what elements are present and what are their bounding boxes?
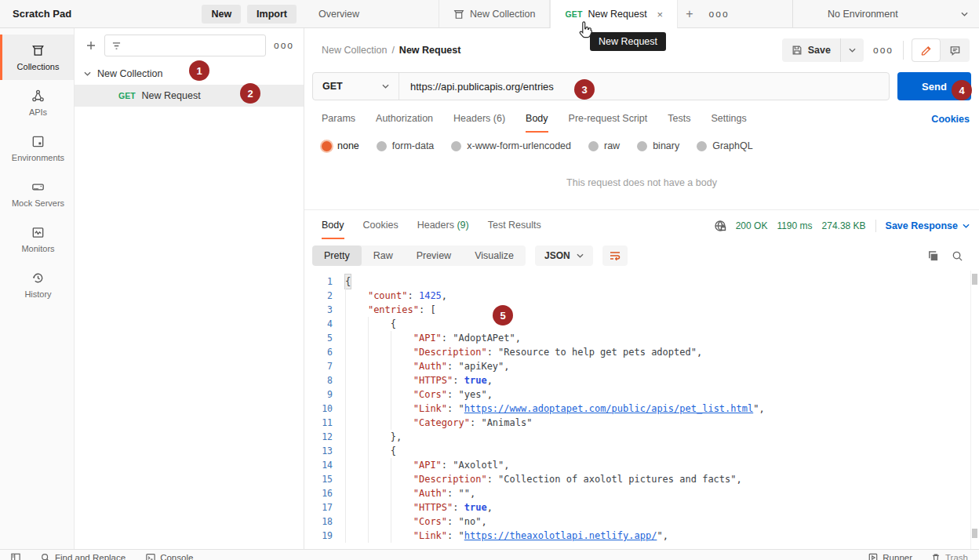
radio-x-www-form-urlencoded[interactable]: x-www-form-urlencoded (451, 140, 571, 151)
toggle-sidebar-button[interactable] (11, 553, 20, 560)
save-button-group: Save (782, 38, 864, 62)
plus-icon (86, 40, 96, 51)
code-token: , (697, 345, 702, 359)
code-token (345, 529, 413, 543)
cookies-link[interactable]: Cookies (931, 114, 970, 132)
divider (875, 220, 876, 232)
sidebar-filter-box[interactable] (104, 35, 266, 56)
mock-servers-icon (31, 180, 45, 195)
radio-none[interactable]: none (322, 140, 359, 151)
view-preview[interactable]: Preview (405, 245, 463, 266)
code-token: "Description" (413, 345, 487, 359)
sidebar-item-history[interactable]: History (0, 262, 74, 307)
annotation-badge-2: 2 (240, 83, 260, 104)
scrollbar[interactable] (970, 271, 979, 549)
sidebar-options-icon[interactable]: ooo (272, 38, 296, 53)
request-tabs: Params Authorization Headers (6) Body Pr… (304, 100, 979, 133)
tab-response-headers[interactable]: Headers (9) (417, 220, 469, 239)
code-token: , (481, 515, 486, 529)
code-token: }, (391, 430, 402, 444)
tab-new-request[interactable]: GET New Request × (550, 0, 678, 28)
tab-body[interactable]: Body (526, 113, 548, 133)
tab-params[interactable]: Params (322, 113, 355, 133)
left-nav-rail: Collections APIs Environments Mock Serve… (0, 28, 75, 549)
tab-pre-request-script[interactable]: Pre-request Script (569, 113, 648, 133)
view-pretty[interactable]: Pretty (312, 245, 362, 266)
response-view-toolbar: Pretty Raw Preview Visualize JSON (304, 239, 979, 271)
tab-response-body[interactable]: Body (322, 220, 344, 239)
language-select[interactable]: JSON (535, 245, 593, 266)
tab-headers[interactable]: Headers (6) (453, 113, 505, 133)
tab-options-icon[interactable]: ooo (701, 0, 737, 27)
pencil-icon (920, 45, 932, 56)
code-line: 7 "Auth": "apiKey", (304, 359, 979, 373)
radio-raw[interactable]: raw (588, 140, 620, 151)
scrollbar-thumb[interactable] (972, 274, 977, 285)
code-line: 3 "entries": [ (304, 303, 979, 317)
breadcrumb-collection[interactable]: New Collection (322, 45, 387, 56)
environment-selector[interactable]: No Environment (792, 0, 979, 27)
line-number: 10 (304, 402, 333, 416)
trash-button[interactable]: Trash (931, 553, 968, 560)
import-button[interactable]: Import (247, 5, 297, 24)
code-token: "yes" (459, 387, 487, 402)
sidebar-item-mock-servers[interactable]: Mock Servers (0, 171, 74, 216)
filter-input[interactable] (126, 40, 259, 51)
code-token: "Resource to help get pets adopted" (498, 345, 697, 359)
sidebar-item-environments[interactable]: Environments (0, 125, 74, 171)
url-input[interactable] (399, 73, 889, 100)
monitors-icon (31, 225, 45, 240)
request-options-icon[interactable]: ooo (872, 43, 895, 57)
code-line: 9 "Cors": "yes", (304, 387, 979, 402)
save-options-button[interactable] (840, 38, 864, 62)
radio-graphql[interactable]: GraphQL (697, 140, 752, 151)
save-button[interactable]: Save (782, 45, 840, 56)
code-line: 6 "Description": "Resource to help get p… (304, 345, 979, 359)
code-token (345, 317, 391, 331)
sidebar-item-monitors[interactable]: Monitors (0, 216, 74, 262)
tab-new-collection[interactable]: New Collection (439, 0, 550, 27)
code-link[interactable]: https://theaxolotlapi.netlify.app/ (464, 529, 657, 543)
tab-authorization[interactable]: Authorization (376, 113, 433, 133)
copy-icon[interactable] (927, 250, 939, 262)
search-icon[interactable] (952, 250, 963, 262)
radio-form-data[interactable]: form-data (377, 140, 435, 151)
save-response-button[interactable]: Save Response (886, 220, 970, 231)
code-line: 16 "Auth": "", (304, 486, 979, 500)
method-badge: GET (565, 9, 582, 19)
code-token: { (391, 444, 396, 458)
tab-response-cookies[interactable]: Cookies (363, 220, 399, 239)
method-select[interactable]: GET (313, 73, 399, 100)
code-token: , (487, 373, 493, 387)
add-tab-button[interactable]: + (678, 0, 701, 27)
code-token: : (447, 515, 458, 529)
find-and-replace-button[interactable]: Find and Replace (41, 553, 126, 560)
scrollbar-thumb[interactable] (972, 529, 977, 538)
response-time[interactable]: 1190 ms (777, 220, 812, 231)
top-bar: Scratch Pad New Import Overview New Coll… (0, 0, 979, 28)
tab-tests[interactable]: Tests (668, 113, 690, 133)
new-button[interactable]: New (202, 5, 241, 24)
postman-app: Scratch Pad New Import Overview New Coll… (0, 0, 979, 560)
view-visualize[interactable]: Visualize (463, 245, 526, 266)
add-collection-button[interactable] (84, 38, 98, 53)
comments-button[interactable] (941, 38, 970, 62)
code-token: "Link" (413, 402, 447, 416)
chevron-down-icon[interactable] (84, 71, 91, 76)
close-tab-icon[interactable]: × (657, 9, 664, 20)
tab-test-results[interactable]: Test Results (488, 220, 541, 239)
code-link[interactable]: https://www.adoptapet.com/public/apis/pe… (464, 402, 753, 416)
radio-binary[interactable]: binary (637, 140, 679, 151)
sidebar-item-collections[interactable]: Collections (0, 35, 74, 80)
edit-docs-button[interactable] (912, 38, 941, 62)
status-badge[interactable]: 200 OK (736, 220, 768, 231)
console-button[interactable]: Console (146, 553, 193, 560)
view-raw[interactable]: Raw (362, 245, 405, 266)
response-size[interactable]: 274.38 KB (822, 220, 866, 231)
runner-button[interactable]: Runner (868, 553, 912, 560)
sidebar-item-apis[interactable]: APIs (0, 80, 74, 125)
request-tree-item[interactable]: GET New Request (75, 85, 304, 107)
tab-overview[interactable]: Overview (304, 0, 439, 27)
wrap-text-button[interactable] (602, 245, 628, 266)
tab-settings[interactable]: Settings (711, 113, 746, 133)
